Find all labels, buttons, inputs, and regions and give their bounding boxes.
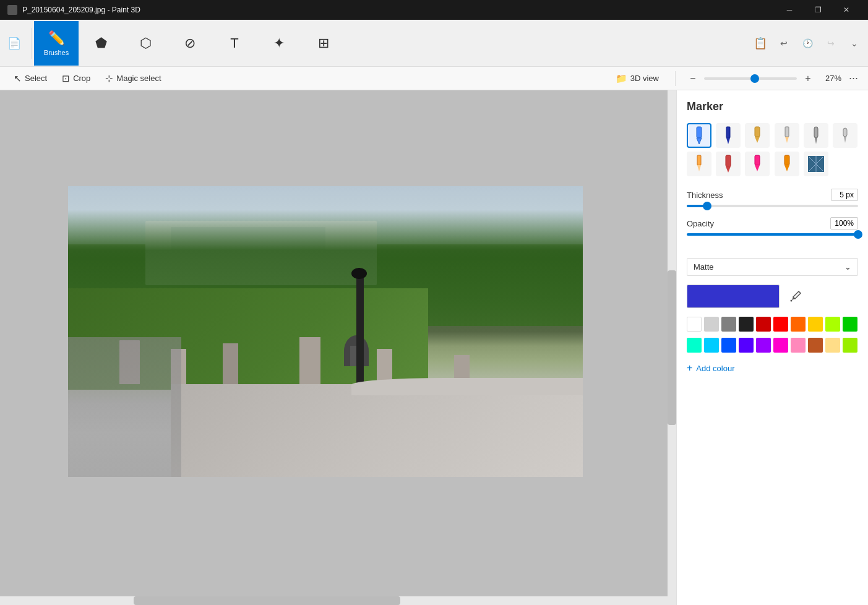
text-tool[interactable]: T (212, 21, 257, 66)
svg-marker-3 (726, 138, 730, 144)
shapes2d-tool[interactable]: ⬟ (79, 21, 123, 66)
more-button[interactable]: ⌄ (843, 33, 866, 53)
select-icon: ↖ (14, 73, 22, 84)
brush-texture[interactable] (804, 152, 828, 176)
crop-tool[interactable]: ⊞ (301, 21, 346, 66)
brushes-tool[interactable]: ✏️ Brushes (34, 21, 79, 66)
stickers-icon: ⊘ (184, 35, 196, 51)
color-palette (687, 317, 858, 332)
color-cyan[interactable] (687, 338, 702, 353)
window-title: P_20150604_205209.jpg - Paint 3D (22, 6, 140, 14)
horizontal-scrollbar[interactable] (0, 596, 668, 605)
close-button[interactable]: ✕ (832, 0, 861, 20)
color-violet[interactable] (756, 338, 771, 353)
color-peach[interactable] (825, 338, 840, 353)
magic-select-button[interactable]: ⊹ Magic select (99, 71, 167, 87)
sel-divider (675, 71, 676, 86)
svg-point-24 (791, 300, 793, 302)
color-yellowgreen[interactable] (843, 338, 857, 353)
color-yellow[interactable] (808, 317, 823, 332)
open-button[interactable]: 📄 (0, 21, 28, 66)
restore-button[interactable]: ❐ (804, 0, 832, 20)
select-button[interactable]: ↖ Select (7, 71, 53, 87)
color-white[interactable] (687, 317, 702, 332)
zoom-out-button[interactable]: − (685, 71, 700, 86)
color-lime[interactable] (825, 317, 840, 332)
svg-rect-2 (726, 127, 730, 138)
panel-title: Marker (687, 100, 858, 113)
brushes-icon: ✏️ (48, 30, 65, 46)
color-skyblue[interactable] (704, 338, 719, 353)
vertical-scrollbar[interactable] (668, 90, 676, 605)
photo-scene (68, 186, 583, 477)
color-pink[interactable] (791, 338, 806, 353)
svg-marker-11 (844, 137, 846, 143)
thickness-thumb[interactable] (703, 202, 711, 210)
selected-color-swatch[interactable] (687, 285, 780, 308)
selection-bar: ↖ Select ⊡ Crop ⊹ Magic select 📁 3D view… (0, 67, 868, 90)
brush-pencil[interactable] (775, 123, 799, 148)
opacity-label: Opacity (687, 219, 714, 228)
color-darkred[interactable] (756, 317, 771, 332)
brush-pen[interactable] (804, 123, 828, 148)
matte-dropdown[interactable]: Matte ⌄ (687, 258, 858, 276)
opacity-track[interactable] (687, 233, 858, 236)
thickness-label: Thickness (687, 191, 723, 200)
brush-calligraphy[interactable] (716, 123, 741, 148)
zoom-in-button[interactable]: + (801, 71, 815, 86)
brush-colored-pencil[interactable] (687, 152, 711, 176)
zoom-slider[interactable] (704, 77, 797, 80)
svg-marker-7 (785, 137, 789, 143)
main-toolbar: 📄 ✏️ Brushes ⬟ ⬡ ⊘ T ✦ ⊞ 📋 ↩ 🕐 ↪ ⌄ (0, 20, 868, 67)
color-orange[interactable] (791, 317, 806, 332)
color-gray[interactable] (721, 317, 736, 332)
undo-button[interactable]: ↩ (773, 33, 795, 53)
color-brown[interactable] (808, 338, 823, 353)
brush-watercolor[interactable] (716, 152, 741, 176)
sticker-add-button[interactable]: 📋 (749, 33, 771, 53)
brush-oil[interactable] (745, 123, 770, 148)
opacity-fill (687, 233, 858, 236)
history-button[interactable]: 🕐 (796, 33, 819, 53)
add-colour-button[interactable]: + Add colour (687, 359, 858, 377)
color-black[interactable] (739, 317, 754, 332)
zoom-percent: 27% (819, 74, 841, 83)
color-magenta[interactable] (773, 338, 788, 353)
left-pavement (68, 337, 181, 477)
canvas-image (68, 186, 583, 477)
color-indigo[interactable] (739, 338, 754, 353)
more-options-button[interactable]: ··· (846, 69, 861, 87)
color-blue[interactable] (721, 338, 736, 353)
brush-grid (687, 123, 858, 176)
crop-button[interactable]: ⊡ Crop (56, 71, 97, 87)
scrollbar-thumb[interactable] (668, 270, 676, 425)
opacity-value[interactable]: 100% (830, 217, 858, 230)
effects-tool[interactable]: ✦ (257, 21, 301, 66)
color-lightgray[interactable] (704, 317, 719, 332)
lamp-post (356, 273, 364, 390)
titlebar: P_20150604_205209.jpg - Paint 3D ─ ❐ ✕ (0, 0, 868, 20)
brush-marker[interactable] (687, 123, 711, 148)
opacity-thumb[interactable] (854, 230, 862, 239)
color-red[interactable] (773, 317, 788, 332)
thickness-track[interactable] (687, 205, 858, 207)
svg-rect-0 (697, 127, 702, 138)
svg-rect-18 (784, 155, 789, 165)
crop-label: Crop (73, 74, 90, 83)
svg-marker-15 (726, 166, 731, 173)
stickers-tool[interactable]: ⊘ (168, 21, 212, 66)
shapes3d-tool[interactable]: ⬡ (123, 21, 168, 66)
eyedropper-button[interactable] (786, 286, 806, 306)
minimize-button[interactable]: ─ (775, 0, 804, 20)
thickness-value[interactable]: 5 px (831, 189, 858, 201)
brush-crayon[interactable] (745, 152, 770, 176)
horizontal-scrollbar-thumb[interactable] (134, 596, 401, 605)
canvas-area[interactable] (0, 90, 676, 605)
brush-spray[interactable] (833, 123, 857, 148)
brush-paint[interactable] (775, 152, 799, 176)
3d-view-button[interactable]: 📁 3D view (609, 71, 665, 87)
redo-button[interactable]: ↪ (820, 33, 842, 53)
thickness-slider-row: Thickness 5 px (687, 189, 858, 207)
svg-marker-13 (697, 165, 701, 171)
color-green[interactable] (843, 317, 857, 332)
